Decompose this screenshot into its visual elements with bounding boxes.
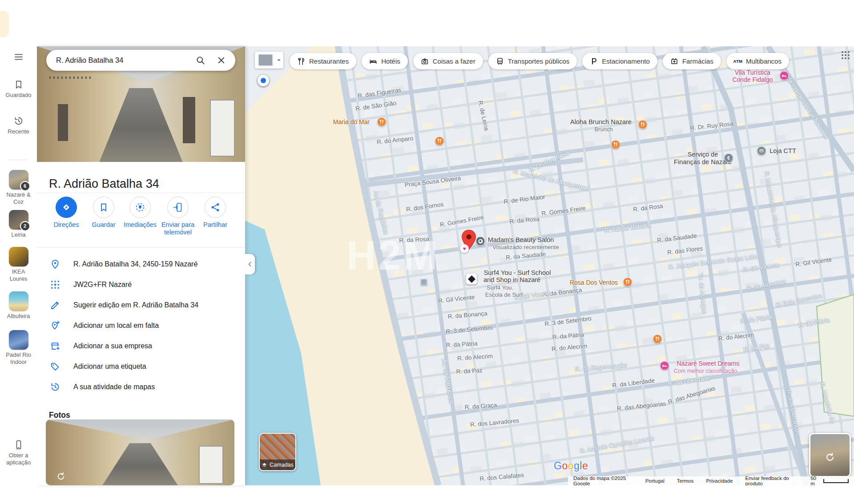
lodging-poi[interactable] (660, 361, 669, 371)
partilhar-button[interactable]: Partilhar (195, 197, 236, 229)
detail-row-jw2g-fr-nazar[interactable]: JW2G+FR Nazaré (37, 274, 245, 295)
restaurant-icon (297, 57, 305, 65)
map-chip-estacionamento[interactable]: Estacionamento (582, 53, 657, 69)
photos-heading: Fotos (49, 411, 70, 420)
recent-poi[interactable] (476, 237, 485, 246)
get-app-button[interactable]: Obter a aplicação (0, 439, 37, 466)
detail-text: Adicionar uma etiqueta (73, 363, 146, 371)
sidebar-item-label: Recente (0, 128, 37, 135)
street-view-rotate-icon (56, 471, 66, 482)
phone-icon (13, 439, 24, 450)
collapse-panel-button[interactable] (245, 254, 255, 274)
action-label: Imediações (120, 221, 161, 229)
divider (37, 247, 245, 248)
detail-row-adicionar-uma-etiqueta[interactable]: Adicionar uma etiqueta (37, 356, 245, 377)
detail-row-r-adri-o-batalha-34-2450-159-n[interactable]: R. Adrião Batalha 34, 2450-159 Nazaré (37, 254, 245, 274)
map-chip-farm-cias[interactable]: Farmácias (663, 53, 721, 69)
dire-es-button[interactable]: Direções (46, 197, 87, 229)
detail-text: Adicionar um local em falta (73, 322, 159, 330)
surf-shop-pin[interactable] (466, 274, 477, 285)
restaurant-poi[interactable] (377, 117, 387, 127)
map-data-credit: Dados do mapa ©2025 Google (573, 476, 633, 485)
shortcut-label: Padel RioIndoor (0, 351, 37, 366)
map-pois-layer: €♥ (245, 46, 854, 485)
enviar-para-telem-vel-button[interactable]: Enviar para telemóvel (157, 197, 198, 236)
map-chip-restaurantes[interactable]: Restaurantes (290, 53, 356, 69)
attribution-link-portugal[interactable]: Portugal (645, 478, 665, 484)
detail-text: A sua atividade de mapas (73, 383, 155, 391)
finance-poi[interactable]: € (724, 153, 733, 163)
rail-shortcut-ikea-loures[interactable]: IKEALoures (0, 247, 37, 282)
map-chip-multibancos[interactable]: ATMMultibancos (726, 53, 789, 69)
map-chip-hot-is[interactable]: Hotéis (362, 53, 408, 69)
transit-icon (496, 57, 504, 65)
lodging-poi[interactable] (780, 71, 789, 81)
pencil-icon (50, 300, 60, 310)
shortcut-label: Nazaré &Coz (0, 191, 37, 206)
attribution-link-enviar-feedback-do-produto[interactable]: Enviar feedback do produto (745, 476, 798, 485)
rail-shortcut-padel-rio-indoor[interactable]: Padel RioIndoor (0, 330, 37, 366)
street-view-preview[interactable] (809, 433, 851, 477)
detail-row-a-sua-atividade-de-mapas[interactable]: A sua atividade de mapas (37, 377, 245, 397)
apps-grid-icon[interactable] (840, 50, 851, 60)
action-label: Guardar (83, 221, 124, 229)
sidebar-item-guardado[interactable]: Guardado (0, 79, 37, 99)
transit-stop (421, 279, 427, 286)
photos-thumbnail[interactable] (46, 419, 234, 485)
shortcut-badge: 6 (20, 181, 30, 191)
map-type-control[interactable] (255, 52, 283, 69)
shortcut-photo (9, 291, 28, 311)
favorite-pin[interactable]: ♥ (460, 244, 469, 253)
map-canvas[interactable]: H2M R. das FigueirasR. de São GiãoR. do … (245, 46, 854, 485)
detail-row-sugerir-edi-o-em-r-adri-o-bata[interactable]: Sugerir edição em R. Adrião Batalha 34 (37, 295, 245, 315)
history-icon (50, 382, 60, 392)
restaurant-poi[interactable] (611, 140, 620, 149)
sidebar-item-recente[interactable]: Recente (0, 116, 37, 135)
rail-shortcut-nazar-coz[interactable]: 6Nazaré &Coz (0, 170, 37, 206)
send-to-phone-icon (167, 197, 189, 218)
chip-label: Coisas a fazer (433, 57, 475, 65)
attribution-link-termos[interactable]: Termos (677, 478, 694, 484)
chevron-down-icon[interactable] (275, 56, 283, 64)
menu-button[interactable] (0, 52, 37, 64)
action-label: Partilhar (195, 221, 236, 229)
action-label: Direções (46, 221, 87, 229)
imedia-es-button[interactable]: Imediações (120, 197, 161, 229)
shortcut-photo (9, 330, 28, 350)
divider (37, 193, 245, 193)
bookmark-icon (93, 197, 114, 218)
detail-row-adicionar-a-sua-empresa[interactable]: Adicionar a sua empresa (37, 336, 245, 356)
restaurant-poi[interactable] (623, 278, 632, 287)
attribution-link-privacidade[interactable]: Privacidade (706, 478, 733, 484)
page-corner-artifact (0, 11, 9, 37)
guardar-button[interactable]: Guardar (83, 197, 124, 229)
mail-poi[interactable] (757, 146, 766, 156)
map-chip-transportes-p-blicos[interactable]: Transportes públicos (488, 53, 577, 69)
current-location-marker (258, 75, 269, 86)
search-icon[interactable] (195, 55, 205, 65)
restaurant-poi[interactable] (653, 335, 662, 344)
hotel-icon (369, 57, 377, 65)
place-panel: R. Adrião Batalha 34 DireçõesGuardarImed… (37, 46, 245, 485)
pharmacy-icon (670, 57, 678, 65)
detail-row-adicionar-um-local-em-falta[interactable]: Adicionar um local em falta (37, 315, 245, 336)
close-icon[interactable] (216, 55, 226, 65)
search-input[interactable] (55, 56, 195, 65)
location-pin-icon (50, 259, 60, 270)
shortcut-label: IKEALoures (0, 268, 37, 282)
restaurant-poi[interactable] (638, 120, 648, 129)
map-chip-coisas-a-fazer[interactable]: Coisas a fazer (413, 53, 483, 69)
rail-shortcut-albufeira[interactable]: Albufeira (0, 291, 37, 320)
chip-label: Multibancos (746, 57, 781, 65)
share-icon (205, 197, 226, 218)
scale-bar (823, 479, 849, 483)
add-business-icon (50, 341, 60, 351)
detail-text: JW2G+FR Nazaré (73, 281, 132, 289)
layers-button[interactable]: Camadas (259, 433, 296, 471)
restaurant-poi[interactable] (435, 137, 444, 146)
detail-text: Sugerir edição em R. Adrião Batalha 34 (73, 301, 198, 309)
parking-icon (590, 57, 598, 65)
plus-code-icon (50, 279, 60, 290)
rail-shortcut-leiria[interactable]: 2Leiria (0, 210, 37, 238)
bookmark-icon (13, 79, 24, 90)
